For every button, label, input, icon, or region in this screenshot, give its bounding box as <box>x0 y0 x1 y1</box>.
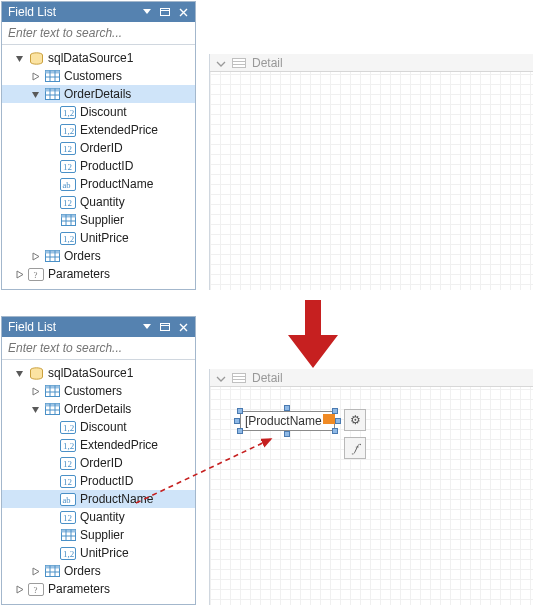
tree-node[interactable]: 1,2UnitPrice <box>2 544 195 562</box>
tree-node[interactable]: Orders <box>2 247 195 265</box>
tree-node[interactable]: 12OrderID <box>2 139 195 157</box>
tree-node[interactable]: OrderDetails <box>2 85 195 103</box>
smart-tag-formula-button[interactable]: 𝑓 <box>344 437 366 459</box>
resize-handle[interactable] <box>332 408 338 414</box>
tree-node-label: Customers <box>64 69 122 83</box>
maximize-icon[interactable] <box>157 320 173 334</box>
table-icon <box>44 87 60 101</box>
tree-node-label: ProductID <box>80 159 133 173</box>
svg-rect-51 <box>45 404 59 407</box>
svg-rect-42 <box>161 324 170 331</box>
int12-icon: 12 <box>60 141 76 155</box>
band-label: Detail <box>252 56 283 70</box>
table-icon <box>44 564 60 578</box>
tree-node[interactable]: Supplier <box>2 526 195 544</box>
tree-node-label: OrderID <box>80 456 123 470</box>
db-icon <box>28 51 44 65</box>
svg-text:1,2: 1,2 <box>63 234 74 244</box>
expand-icon[interactable] <box>30 251 41 262</box>
txt-icon: ab <box>60 177 76 191</box>
resize-handle[interactable] <box>237 408 243 414</box>
close-icon[interactable] <box>175 5 191 19</box>
tree-node[interactable]: abProductName <box>2 175 195 193</box>
detail-band-header[interactable]: Detail <box>210 54 533 72</box>
tree-node[interactable]: 1,2UnitPrice <box>2 229 195 247</box>
resize-handle[interactable] <box>332 428 338 434</box>
close-icon[interactable] <box>175 320 191 334</box>
tree-node[interactable]: ?Parameters <box>2 580 195 598</box>
svg-rect-75 <box>45 566 59 569</box>
table-icon <box>44 402 60 416</box>
tree-node[interactable]: ?Parameters <box>2 265 195 283</box>
collapse-icon[interactable] <box>216 58 226 68</box>
expand-icon[interactable] <box>30 386 41 397</box>
param-icon: ? <box>28 582 44 596</box>
tree-node-label: Discount <box>80 105 127 119</box>
smart-tag-icon[interactable] <box>323 414 335 424</box>
collapse-icon[interactable] <box>14 53 25 64</box>
tree-node-label: Quantity <box>80 195 125 209</box>
detail-band-header[interactable]: Detail <box>210 369 533 387</box>
collapse-icon[interactable] <box>30 404 41 415</box>
expand-icon[interactable] <box>14 269 25 280</box>
search-input[interactable] <box>2 22 195 44</box>
param-icon: ? <box>28 267 44 281</box>
tree-node-label: Customers <box>64 384 122 398</box>
table-icon <box>60 213 76 227</box>
dropdown-icon[interactable] <box>139 5 155 19</box>
tree-node[interactable]: OrderDetails <box>2 400 195 418</box>
search-row <box>2 22 195 45</box>
resize-handle[interactable] <box>284 405 290 411</box>
tree-node[interactable]: 12ProductID <box>2 157 195 175</box>
tree-node[interactable]: sqlDataSource1 <box>2 364 195 382</box>
tree-node[interactable]: Orders <box>2 562 195 580</box>
big-arrow-icon <box>288 300 338 373</box>
tree-node-label: Parameters <box>48 582 110 596</box>
tree-node[interactable]: 12Quantity <box>2 193 195 211</box>
smart-tag-gear-button[interactable]: ⚙ <box>344 409 366 431</box>
tree-node-label: OrderDetails <box>64 402 131 416</box>
tree-node-label: Supplier <box>80 528 124 542</box>
svg-text:ab: ab <box>63 495 71 505</box>
resize-handle[interactable] <box>335 418 341 424</box>
tree-node-label: ProductName <box>80 177 153 191</box>
svg-text:12: 12 <box>63 198 72 208</box>
collapse-icon[interactable] <box>216 373 226 383</box>
fieldlist-title: Field List <box>8 5 137 19</box>
table-icon <box>44 249 60 263</box>
tree-node[interactable]: 1,2ExtendedPrice <box>2 121 195 139</box>
gear-icon: ⚙ <box>350 413 361 427</box>
maximize-icon[interactable] <box>157 5 173 19</box>
table-icon <box>44 384 60 398</box>
search-input[interactable] <box>2 337 195 359</box>
int12-icon: 12 <box>60 456 76 470</box>
band-label: Detail <box>252 371 283 385</box>
tree-node-label: sqlDataSource1 <box>48 366 133 380</box>
expand-icon[interactable] <box>14 584 25 595</box>
dropdown-icon[interactable] <box>139 320 155 334</box>
tree-node[interactable]: sqlDataSource1 <box>2 49 195 67</box>
collapse-icon[interactable] <box>14 368 25 379</box>
collapse-icon[interactable] <box>30 89 41 100</box>
tree-node-label: Quantity <box>80 510 125 524</box>
svg-text:1,2: 1,2 <box>63 423 74 433</box>
designer-surface[interactable]: Detail <box>209 54 533 290</box>
int12-icon: 12 <box>60 195 76 209</box>
num12-icon: 1,2 <box>60 546 76 560</box>
svg-text:ab: ab <box>63 180 71 190</box>
expand-icon[interactable] <box>30 566 41 577</box>
tree-node-label: Parameters <box>48 267 110 281</box>
svg-text:12: 12 <box>63 513 72 523</box>
tree-node[interactable]: Customers <box>2 382 195 400</box>
svg-text:?: ? <box>34 585 38 595</box>
tree-node[interactable]: 1,2Discount <box>2 103 195 121</box>
resize-handle[interactable] <box>234 418 240 424</box>
expand-icon[interactable] <box>30 71 41 82</box>
svg-rect-39 <box>233 58 246 67</box>
tree-node[interactable]: Customers <box>2 67 195 85</box>
tree-node[interactable]: Supplier <box>2 211 195 229</box>
dropped-field-label[interactable]: [ProductName <box>240 411 335 431</box>
svg-text:?: ? <box>34 270 38 280</box>
tree-node-label: ProductID <box>80 474 133 488</box>
tree-node-label: Orders <box>64 564 101 578</box>
